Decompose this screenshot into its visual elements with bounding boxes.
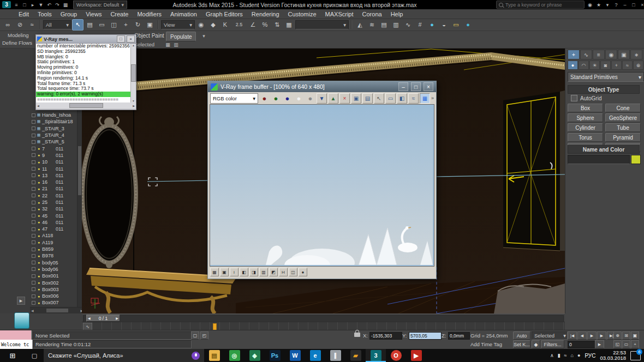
redo-icon[interactable]: ↷ (53, 1, 61, 8)
go-to-end-button[interactable]: ▶ (595, 340, 604, 348)
graphite-ribbon-icon[interactable]: ▥ (390, 19, 402, 31)
geometry-category-icon[interactable]: ● (568, 61, 578, 70)
track-mouse-icon[interactable]: ↖ (374, 93, 384, 104)
duplicate-buffer-icon[interactable]: ▣ (351, 93, 361, 104)
next-frame-button[interactable]: ▶ (597, 331, 606, 340)
red-channel-icon[interactable]: ● (259, 93, 270, 104)
photoshop-icon[interactable]: Ps (265, 349, 285, 362)
edit-selection-icon[interactable]: ▦ (164, 41, 172, 49)
onedrive-icon[interactable]: ⌂ (571, 353, 574, 358)
object-type-icon[interactable]: ● (37, 240, 41, 244)
help-icon[interactable]: ? (612, 1, 620, 8)
scrollbar-thumb[interactable] (131, 64, 136, 82)
menu-item[interactable]: Customize (284, 9, 321, 19)
object-type-icon[interactable]: ● (37, 201, 41, 204)
scene-object-row[interactable]: ● Box006 (30, 293, 82, 299)
render-production-icon[interactable]: ● (462, 19, 474, 31)
vray-messages-titlebar[interactable]: V-Ray mes... □ × (36, 35, 136, 44)
scroll-left-icon[interactable]: ◀ (31, 309, 34, 312)
yandex-browser-icon[interactable]: O (386, 349, 406, 362)
object-type-icon[interactable]: ● (37, 227, 41, 231)
show-histogram-icon[interactable]: H (279, 268, 288, 276)
object-type-icon[interactable]: ● (37, 274, 41, 278)
object-type-button[interactable]: Torus (568, 133, 603, 142)
object-type-rollout[interactable]: Object Type (568, 85, 640, 94)
display-tab-icon[interactable]: ▣ (618, 50, 630, 59)
compare-horizontal-icon[interactable]: ◫ (289, 268, 297, 276)
stereo-view-icon[interactable]: ◩ (269, 268, 278, 276)
region-render-icon[interactable]: ▭ (385, 93, 396, 104)
microphone-icon[interactable] (192, 352, 200, 360)
select-and-rotate-icon[interactable]: ↻ (132, 19, 144, 31)
scene-object-row[interactable]: ● 9 011 (30, 152, 82, 159)
antivirus-icon[interactable]: ● (577, 353, 580, 358)
start-button[interactable]: ⊞ (0, 349, 25, 362)
select-and-link-icon[interactable]: ∞ (2, 19, 14, 31)
color-swatch[interactable] (14, 312, 29, 329)
scene-object-row[interactable]: ● Box001 (30, 273, 82, 279)
favorites-icon[interactable]: ★ (595, 1, 603, 8)
scene-object-row[interactable]: ● 16 011 (30, 179, 82, 185)
scene-object-row[interactable]: ● Box002 (30, 279, 82, 286)
object-type-icon[interactable]: ● (37, 180, 41, 184)
use-pivot-point-icon[interactable]: ◉ (195, 19, 207, 31)
macro-recorder-field[interactable] (0, 330, 32, 340)
force-color-clamping-icon[interactable]: ▣ (220, 268, 229, 276)
scene-object-row[interactable]: ● 11 011 (30, 165, 82, 172)
slider-right-icon[interactable]: ▶ (116, 316, 118, 320)
scene-object-row[interactable]: ● body06 (30, 266, 82, 273)
wifi-icon[interactable]: ≈ (564, 353, 567, 358)
blue-channel-icon[interactable]: ● (282, 93, 293, 104)
copy-image-icon[interactable]: ▤ (362, 93, 373, 104)
slider-left-icon[interactable]: ◀ (88, 316, 91, 320)
ribbon-tab-modeling[interactable]: Modeling (8, 32, 29, 38)
object-type-button[interactable]: Tube (605, 123, 641, 132)
set-keys-icon[interactable]: ◆ (532, 340, 540, 348)
object-type-button[interactable]: Pyramid (605, 133, 641, 142)
communication-center-icon[interactable]: ◉ (586, 1, 594, 8)
paperclip-icon[interactable]: ∥ (325, 349, 345, 362)
scene-object-row[interactable]: ● 25 011 (30, 199, 82, 206)
hierarchy-tab-icon[interactable]: ≡ (593, 50, 605, 59)
paint-selection-icon[interactable]: ▥ (172, 41, 180, 49)
object-type-icon[interactable]: ● (37, 254, 41, 258)
maximize-icon[interactable]: □ (117, 35, 125, 43)
pan-button[interactable]: + (631, 340, 639, 348)
render-setup-icon[interactable]: ◒ (438, 19, 450, 31)
clear-image-icon[interactable]: × (339, 93, 350, 104)
scene-object-row[interactable]: ● 32 011 (30, 206, 82, 212)
menu-item[interactable]: Create (106, 9, 133, 19)
close-icon[interactable]: × (127, 35, 135, 43)
bind-to-space-warp-icon[interactable]: ≈ (26, 19, 38, 31)
object-type-button[interactable]: Sphere (568, 113, 603, 122)
show-pixel-info-icon[interactable]: ▦ (210, 268, 219, 276)
key-filters-button[interactable]: Filters... (541, 340, 564, 348)
object-type-icon[interactable]: ▦ (37, 133, 41, 137)
set-key-button[interactable]: Set K... (513, 340, 530, 348)
keyword-search-input[interactable]: Type a keyword or phrase (496, 1, 585, 9)
name-color-rollout[interactable]: Name and Color (568, 145, 640, 154)
percent-snap-icon[interactable]: % (259, 19, 271, 31)
go-to-start-button[interactable]: |◀ (568, 331, 577, 340)
object-type-icon[interactable]: ● (37, 214, 41, 218)
modify-tab-icon[interactable]: ∿ (580, 50, 592, 59)
scene-object-row[interactable]: ● B978 (30, 252, 82, 259)
schematic-view-icon[interactable]: # (414, 19, 426, 31)
app-menu-icon[interactable]: ≡ (13, 1, 20, 8)
cameras-category-icon[interactable]: ◙ (600, 61, 611, 70)
scene-object-row[interactable]: ▦ _STAIR_5 (30, 138, 82, 145)
expand-panel-button[interactable]: ▶ (17, 297, 25, 305)
scene-object-row[interactable]: ● 46 011 (30, 219, 82, 226)
time-slider-handle[interactable]: ◀ 0 / 1 ▶ (86, 315, 120, 322)
zoom-all-button[interactable]: ⊞ (622, 331, 630, 340)
menu-item[interactable]: Graph Editors (201, 9, 247, 19)
previous-frame-button[interactable]: ◀ (577, 331, 587, 340)
zoom-extents-button[interactable]: ▣ (631, 331, 639, 340)
maximize-icon[interactable]: □ (411, 82, 421, 91)
object-name-input[interactable] (568, 155, 630, 164)
y-coordinate-field[interactable]: 5703,05 (409, 332, 442, 340)
zoom-button[interactable]: ⊕ (613, 331, 622, 340)
menu-item[interactable]: Tools (33, 9, 56, 19)
field-of-view-button[interactable]: ▭ (622, 340, 630, 348)
scene-object-row[interactable]: ● 7 011 (30, 145, 82, 152)
